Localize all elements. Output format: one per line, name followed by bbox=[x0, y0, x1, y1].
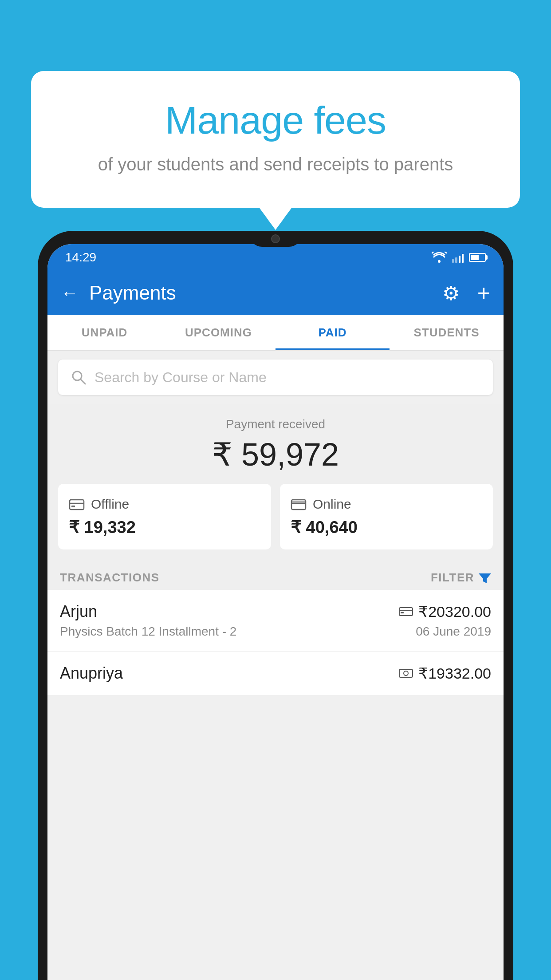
svg-rect-5 bbox=[71, 506, 75, 507]
svg-marker-9 bbox=[479, 573, 491, 583]
transactions-label: TRANSACTIONS bbox=[60, 571, 160, 585]
svg-rect-6 bbox=[291, 500, 306, 510]
header-title: Payments bbox=[89, 282, 432, 304]
transaction-amount-row: ₹20320.00 bbox=[399, 603, 491, 620]
transactions-header: TRANSACTIONS FILTER bbox=[47, 560, 504, 590]
payment-received-label: Payment received bbox=[58, 417, 493, 431]
status-time: 14:29 bbox=[65, 250, 96, 265]
svg-rect-10 bbox=[399, 608, 413, 616]
signal-icon bbox=[452, 252, 464, 263]
tab-upcoming[interactable]: UPCOMING bbox=[161, 315, 276, 350]
online-amount: ₹ 40,640 bbox=[291, 518, 358, 537]
svg-rect-12 bbox=[401, 612, 404, 613]
add-button[interactable]: + bbox=[477, 280, 490, 306]
payment-summary: Payment received ₹ 59,972 Offline bbox=[47, 404, 504, 560]
wifi-icon bbox=[432, 252, 447, 263]
filter-label: FILTER bbox=[431, 571, 474, 585]
payment-cards: Offline ₹ 19,332 Online bbox=[58, 484, 493, 549]
svg-point-14 bbox=[404, 671, 408, 676]
online-icon bbox=[291, 496, 307, 512]
speech-bubble: Manage fees of your students and send re… bbox=[31, 71, 520, 208]
transaction-course: Physics Batch 12 Installment - 2 bbox=[60, 624, 236, 639]
bubble-title: Manage fees bbox=[67, 98, 484, 143]
tab-unpaid[interactable]: UNPAID bbox=[47, 315, 161, 350]
back-button[interactable]: ← bbox=[61, 283, 79, 303]
transaction-row2: Physics Batch 12 Installment - 2 06 June… bbox=[60, 624, 491, 639]
offline-card: Offline ₹ 19,332 bbox=[58, 484, 271, 549]
battery-icon bbox=[469, 253, 486, 262]
transaction-amount: ₹20320.00 bbox=[418, 603, 491, 620]
filter-button[interactable]: FILTER bbox=[431, 571, 491, 585]
status-icons bbox=[432, 252, 486, 263]
svg-rect-13 bbox=[399, 669, 413, 677]
app-background: Manage fees of your students and send re… bbox=[0, 0, 551, 980]
tab-paid[interactable]: PAID bbox=[276, 315, 390, 350]
phone-camera bbox=[271, 234, 280, 243]
card-payment-icon bbox=[399, 606, 413, 617]
phone-notch bbox=[249, 231, 302, 247]
transaction-row1: Arjun ₹20320.00 bbox=[60, 602, 491, 621]
search-icon bbox=[71, 369, 87, 385]
offline-card-top: Offline bbox=[69, 496, 129, 512]
bubble-subtitle: of your students and send receipts to pa… bbox=[67, 152, 484, 177]
transaction-amount: ₹19332.00 bbox=[418, 664, 491, 682]
offline-label: Offline bbox=[91, 497, 129, 512]
svg-rect-3 bbox=[70, 500, 84, 510]
search-bar[interactable]: Search by Course or Name bbox=[58, 360, 493, 395]
app-header: ← Payments ⚙ + bbox=[47, 271, 504, 315]
transaction-name: Anupriya bbox=[60, 664, 123, 683]
offline-amount: ₹ 19,332 bbox=[69, 518, 136, 537]
online-label: Online bbox=[313, 497, 351, 512]
transaction-name: Arjun bbox=[60, 602, 97, 621]
online-card-top: Online bbox=[291, 496, 351, 512]
settings-button[interactable]: ⚙ bbox=[442, 282, 460, 304]
transaction-item[interactable]: Arjun ₹20320.00 Physics Batch 12 Install… bbox=[47, 590, 504, 652]
svg-point-0 bbox=[438, 260, 441, 263]
tab-students[interactable]: STUDENTS bbox=[390, 315, 504, 350]
svg-line-2 bbox=[81, 379, 85, 384]
phone-frame: 14:29 bbox=[38, 231, 513, 980]
transaction-list: Arjun ₹20320.00 Physics Batch 12 Install… bbox=[47, 590, 504, 695]
payment-total: ₹ 59,972 bbox=[58, 436, 493, 473]
speech-bubble-container: Manage fees of your students and send re… bbox=[31, 71, 520, 208]
transaction-date: 06 June 2019 bbox=[416, 624, 491, 639]
tabs-bar: UNPAID UPCOMING PAID STUDENTS bbox=[47, 315, 504, 351]
transaction-item[interactable]: Anupriya ₹19332.00 bbox=[47, 652, 504, 695]
offline-icon bbox=[69, 496, 85, 512]
cash-payment-icon bbox=[399, 668, 413, 679]
transaction-amount-row: ₹19332.00 bbox=[399, 664, 491, 682]
status-bar: 14:29 bbox=[47, 244, 504, 271]
battery-fill bbox=[471, 255, 479, 260]
transaction-row1: Anupriya ₹19332.00 bbox=[60, 664, 491, 683]
search-input[interactable]: Search by Course or Name bbox=[94, 369, 267, 386]
filter-icon bbox=[479, 572, 491, 584]
online-card: Online ₹ 40,640 bbox=[280, 484, 493, 549]
phone-screen: 14:29 bbox=[47, 244, 504, 980]
